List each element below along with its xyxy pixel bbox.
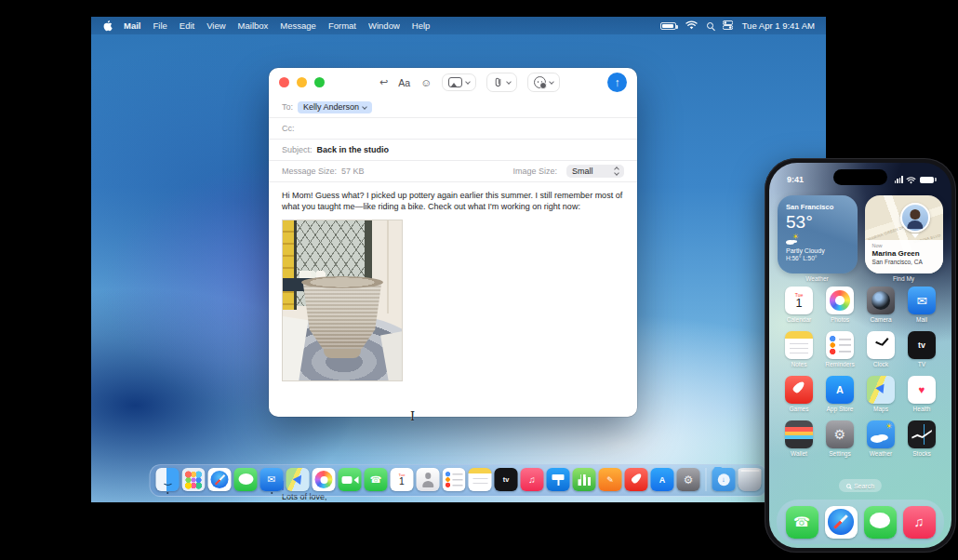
- iphone-app-weather[interactable]: Weather: [860, 420, 901, 457]
- message-body[interactable]: Hi Mom! Guess what? I picked up pottery …: [269, 182, 637, 417]
- dock-item-settings[interactable]: [677, 468, 700, 493]
- iphone-dock: [777, 500, 944, 544]
- iphone-app-wallet[interactable]: Wallet: [778, 420, 819, 457]
- menu-item-edit[interactable]: Edit: [180, 20, 194, 31]
- recipient-token[interactable]: Kelly Anderson: [298, 101, 372, 113]
- menu-item-file[interactable]: File: [153, 20, 166, 31]
- dock-item-keynote[interactable]: [547, 468, 570, 493]
- iphone-app-maps[interactable]: Maps: [860, 376, 901, 412]
- dock-item-phone[interactable]: [365, 468, 388, 493]
- app-label: TV: [918, 361, 925, 367]
- dock-item-facetime[interactable]: [339, 468, 362, 493]
- to-field[interactable]: To: Kelly Anderson: [269, 97, 637, 118]
- chevron-down-icon: [465, 79, 471, 85]
- attachment-button[interactable]: [486, 73, 517, 92]
- menu-item-format[interactable]: Format: [328, 20, 356, 31]
- control-center-icon[interactable]: [723, 20, 733, 32]
- app-label: App Store: [827, 406, 854, 412]
- iphone-app-notes[interactable]: Notes: [778, 331, 819, 367]
- dock-item-pages[interactable]: [599, 468, 622, 493]
- menu-item-mail[interactable]: Mail: [124, 20, 140, 31]
- iphone-app-appstore[interactable]: App Store: [819, 376, 860, 412]
- weather-widget[interactable]: San Francisco 53° Partly Cloudy H:56° L:…: [778, 195, 858, 273]
- zoom-window-button[interactable]: [314, 77, 325, 87]
- menu-item-view[interactable]: View: [206, 20, 225, 31]
- dock-item-launchpad[interactable]: [182, 468, 206, 493]
- dock-item-numbers[interactable]: [573, 468, 596, 493]
- menu-item-message[interactable]: Message: [280, 20, 316, 31]
- messages-icon: [234, 468, 258, 491]
- dock-item-photos[interactable]: [313, 468, 336, 493]
- app-label: Stocks: [912, 450, 931, 457]
- weather-condition: Partly Cloudy: [786, 247, 849, 254]
- dock-item-maps[interactable]: [286, 468, 310, 493]
- iphone-dock-music[interactable]: [903, 506, 936, 539]
- iphone-app-tv[interactable]: TV: [901, 331, 942, 367]
- iphone-app-health[interactable]: Health: [901, 376, 942, 412]
- dock-item-contacts[interactable]: [417, 468, 440, 493]
- weather-temperature: 53°: [786, 212, 849, 233]
- photo-browser-button[interactable]: [442, 73, 476, 91]
- apple-menu-icon[interactable]: [102, 20, 113, 32]
- iphone-app-photos[interactable]: Photos: [819, 287, 860, 323]
- menu-item-help[interactable]: Help: [412, 20, 431, 31]
- subject-field[interactable]: Subject: Back in the studio: [269, 140, 637, 161]
- genmoji-button[interactable]: [527, 73, 560, 92]
- photo-door-edge: [387, 220, 389, 313]
- cc-field[interactable]: Cc:: [269, 118, 637, 140]
- findmy-widget[interactable]: MARINA GREEN DR MARINA BLVD Now Marina G…: [865, 195, 943, 273]
- app-label: Maps: [873, 406, 888, 412]
- screenshot-stage: MailFileEditViewMailboxMessageFormatWind…: [0, 0, 958, 560]
- wifi-icon[interactable]: [685, 20, 698, 32]
- iphone-dock-phone[interactable]: [786, 506, 818, 539]
- dock-item-tv[interactable]: [495, 468, 518, 493]
- dock-item-music[interactable]: [521, 468, 544, 493]
- iphone-app-camera[interactable]: Camera: [860, 287, 901, 323]
- weather-high-low: H:56° L:50°: [786, 255, 849, 261]
- dock-item-notes[interactable]: [469, 468, 492, 493]
- iphone-app-reminders[interactable]: Reminders: [819, 331, 860, 367]
- findmy-now: Now: [872, 243, 936, 248]
- iphone-app-settings[interactable]: Settings: [819, 420, 860, 457]
- iphone-app-games[interactable]: Games: [778, 376, 819, 412]
- dock-item-mail[interactable]: [260, 468, 284, 493]
- battery-icon[interactable]: [660, 22, 676, 30]
- iphone-app-calendar[interactable]: Tue1Calendar: [778, 287, 819, 323]
- menu-bar-clock[interactable]: Tue Apr 1 9:41 AM: [742, 20, 815, 31]
- minimize-window-button[interactable]: [297, 77, 307, 87]
- home-search-button[interactable]: Search: [839, 479, 882, 492]
- iphone-app-grid: Tue1CalendarPhotosCameraMailNotesReminde…: [778, 287, 942, 457]
- phone-icon: [365, 468, 388, 491]
- iphone-dock-safari[interactable]: [825, 506, 858, 539]
- dock-item-appstore[interactable]: [651, 468, 674, 493]
- music-icon: [903, 506, 936, 539]
- spotlight-search-icon[interactable]: [707, 22, 713, 29]
- undo-button[interactable]: ↩: [379, 76, 388, 88]
- emoji-button[interactable]: ☺: [420, 77, 432, 88]
- pottery-photo[interactable]: [282, 220, 403, 381]
- window-titlebar[interactable]: ↩ Aa ☺: [269, 68, 637, 97]
- photo-bowl-foot: [324, 349, 361, 358]
- numbers-icon: [573, 468, 596, 491]
- iphone-app-mail[interactable]: Mail: [901, 287, 942, 323]
- iphone-dock-messages[interactable]: [864, 506, 897, 539]
- dock-item-trash[interactable]: [738, 468, 762, 493]
- dock-item-safari[interactable]: [208, 468, 232, 493]
- dock-item-calendar[interactable]: Tue1: [391, 468, 414, 493]
- dock-item-downloads[interactable]: [712, 468, 736, 493]
- send-button[interactable]: ↑: [607, 73, 627, 92]
- iphone-app-clock[interactable]: Clock: [860, 331, 901, 367]
- close-window-button[interactable]: [279, 77, 289, 87]
- image-size-select[interactable]: Small: [566, 165, 624, 178]
- reminders-icon: [443, 468, 466, 491]
- iphone-app-stocks[interactable]: Stocks: [901, 420, 942, 457]
- format-text-button[interactable]: Aa: [398, 77, 410, 88]
- menu-item-window[interactable]: Window: [368, 20, 400, 31]
- notes-icon: [469, 468, 492, 491]
- menu-item-mailbox[interactable]: Mailbox: [238, 20, 269, 31]
- finder-icon: [156, 468, 180, 491]
- dock-item-games[interactable]: [625, 468, 648, 493]
- dock-item-messages[interactable]: [234, 468, 258, 493]
- dock-item-finder[interactable]: [156, 468, 180, 493]
- dock-item-reminders[interactable]: [443, 468, 466, 493]
